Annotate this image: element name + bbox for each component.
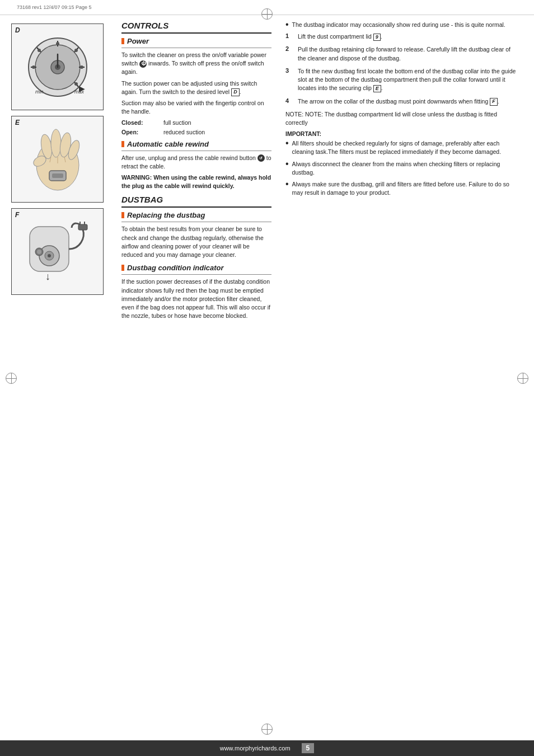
box-d-label: D <box>15 26 20 34</box>
step-3-text: To fit the new dustbag first locate the … <box>298 67 517 93</box>
step-1-num: 1 <box>285 32 293 39</box>
step-4-text: The arrow on the collar of the dustbag m… <box>298 97 499 106</box>
step-1: 1 Lift the dust compartment lid 9. <box>285 32 517 41</box>
controls-title: CONTROLS <box>121 21 271 30</box>
step-2: 2 Pull the dustbag retaining clip forwar… <box>285 45 517 62</box>
svg-point-13 <box>32 65 35 69</box>
open-row: Open: reduced suction <box>121 129 271 135</box>
footer-website: www.morphyrichards.com <box>220 745 291 752</box>
cable-divider <box>121 151 271 151</box>
dustbag-title: DUSTBAG <box>121 195 271 204</box>
image-box-d: D <box>11 24 104 110</box>
svg-point-34 <box>48 254 51 257</box>
right-column: • The dustbag indicator may occasionally… <box>277 21 523 325</box>
indicator-para1: If the suction power decreases of if the… <box>121 278 271 320</box>
svg-point-8 <box>56 42 59 45</box>
svg-point-11 <box>74 82 78 86</box>
svg-rect-27 <box>52 173 63 178</box>
power-divider <box>121 48 271 48</box>
power-subtitle: Power <box>127 37 271 45</box>
registration-mark-bottom <box>261 724 273 735</box>
indicator-subtitle: Dustbag condition indicator <box>127 264 271 272</box>
replacing-divider <box>121 222 271 222</box>
page-footer: www.morphyrichards.com 5 <box>0 740 534 756</box>
clip-illustration <box>18 123 97 196</box>
bullet-dot-fitted: • <box>285 180 289 189</box>
left-column: D <box>11 21 115 325</box>
svg-text:▶: ▶ <box>79 84 85 93</box>
header-meta: 73168 rev1 12/4/07 09:15 Page 5 <box>17 4 92 10</box>
power-subsection-header: Power <box>121 37 271 45</box>
bullet-text-filters: All filters should be checked regularly … <box>292 139 517 156</box>
cable-warning: WARNING: When using the cable rewind, al… <box>121 173 271 190</box>
indicator-divider <box>121 274 271 275</box>
bullet-item-disconnect: • Always disconnect the cleaner from the… <box>285 160 517 177</box>
svg-point-10 <box>80 65 83 69</box>
power-para2: The suction power can be adjusted using … <box>121 79 271 96</box>
image-box-f: F ↓ <box>11 208 104 295</box>
cable-illustration: ↓ <box>18 215 97 288</box>
svg-text:min: min <box>35 89 44 95</box>
controls-divider <box>121 32 271 34</box>
step-2-text: Pull the dustbag retaining clip forward … <box>298 45 517 62</box>
bullet-text-disconnect: Always disconnect the cleaner from the m… <box>292 160 517 177</box>
power-para1: To switch the cleaner on press the on/of… <box>121 51 271 77</box>
step-1-text: Lift the dust compartment lid 9. <box>298 32 382 41</box>
bullet-item-indicator: • The dustbag indicator may occasionally… <box>285 21 517 29</box>
replacing-para1: To obtain the best results from your cle… <box>121 225 271 259</box>
registration-mark-left <box>6 373 17 384</box>
bullet-dot-filters: • <box>285 139 289 148</box>
replacing-header: Replacing the dustbag <box>121 211 271 219</box>
main-content: D <box>0 15 534 330</box>
cable-para1: After use, unplug and press the cable re… <box>121 154 271 171</box>
svg-point-40 <box>37 250 41 254</box>
controls-section: CONTROLS Power To switch the cleaner on … <box>121 21 271 135</box>
page-number: 5 <box>302 743 315 753</box>
cable-rewind-section: Automatic cable rewind After use, unplug… <box>121 140 271 191</box>
replacing-subtitle: Replacing the dustbag <box>127 211 271 219</box>
open-label: Open: <box>121 129 152 135</box>
dustbag-section: DUSTBAG Replacing the dustbag To obtain … <box>121 195 271 259</box>
svg-point-22 <box>51 129 61 157</box>
svg-point-9 <box>74 49 78 52</box>
bullet-dot-1: • <box>285 20 289 29</box>
bullet-text-indicator: The dustbag indicator may occasionally s… <box>292 21 505 29</box>
closed-row: Closed: full suction <box>121 119 271 126</box>
step-4: 4 The arrow on the collar of the dustbag… <box>285 97 517 106</box>
indicator-header: Dustbag condition indicator <box>121 264 271 272</box>
bullet-text-fitted: Always make sure the dustbag, grill and … <box>292 180 517 197</box>
closed-label: Closed: <box>121 119 152 126</box>
step-3-num: 3 <box>285 67 293 74</box>
image-box-e: E <box>11 116 104 203</box>
step-2-num: 2 <box>285 45 293 52</box>
note-text: NOTE: NOTE: The dustbag compartment lid … <box>285 110 517 127</box>
dustbag-divider <box>121 206 271 208</box>
bullet-item-filters: • All filters should be checked regularl… <box>285 139 517 156</box>
bullet-dot-disconnect: • <box>285 159 289 168</box>
note-content: NOTE: The dustbag compartment lid will c… <box>285 111 497 126</box>
indicator-section: Dustbag condition indicator If the sucti… <box>121 264 271 320</box>
svg-text:↓: ↓ <box>45 271 50 282</box>
note-label: NOTE: <box>285 111 305 118</box>
svg-rect-35 <box>78 224 87 230</box>
power-para3: Suction may also be varied with the fing… <box>121 99 271 116</box>
registration-mark-top <box>261 8 273 20</box>
important-label: IMPORTANT: <box>285 130 517 137</box>
box-f-label: F <box>15 211 19 219</box>
step-3: 3 To fit the new dustbag first locate th… <box>285 67 517 93</box>
closed-value: full suction <box>163 119 191 126</box>
box-e-label: E <box>15 119 20 126</box>
middle-column: CONTROLS Power To switch the cleaner on … <box>115 21 277 325</box>
bullet-item-fitted: • Always make sure the dustbag, grill an… <box>285 180 517 197</box>
step-4-num: 4 <box>285 97 293 104</box>
cable-rewind-header: Automatic cable rewind <box>121 140 271 148</box>
dial-illustration: min max ▶ <box>18 31 97 104</box>
svg-point-12 <box>38 49 41 52</box>
cable-rewind-subtitle: Automatic cable rewind <box>127 140 271 148</box>
open-value: reduced suction <box>163 129 205 135</box>
registration-mark-right <box>517 373 528 384</box>
